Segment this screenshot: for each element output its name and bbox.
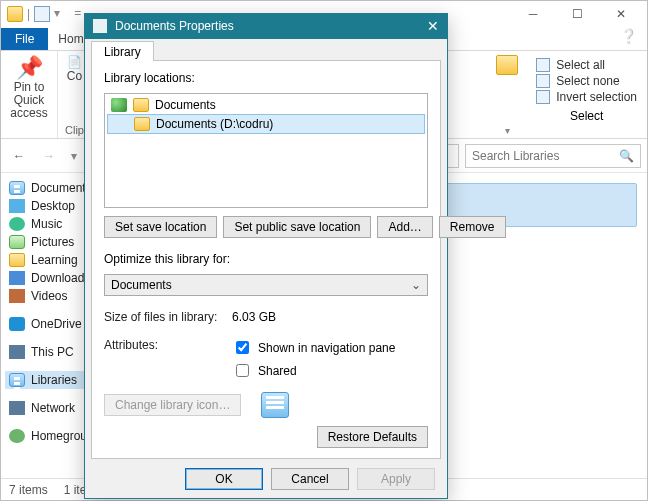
group-label-clipboard: Clip xyxy=(65,124,84,136)
set-save-location-button[interactable]: Set save location xyxy=(104,216,217,238)
search-placeholder: Search Libraries xyxy=(472,149,559,163)
dialog-body: Library locations: Documents Documents (… xyxy=(91,60,441,459)
dialog-titlebar: Documents Properties ✕ xyxy=(85,14,447,39)
location-name: Documents (D:\codru) xyxy=(156,117,273,131)
tree-label: This PC xyxy=(31,345,74,359)
dialog-tabs: Library xyxy=(85,39,447,60)
location-row-selected[interactable]: Documents (D:\codru) xyxy=(107,114,425,134)
dialog-close-button[interactable]: ✕ xyxy=(427,18,439,34)
new-folder-button[interactable] xyxy=(496,55,518,75)
pin-to-quick-access[interactable]: 📌 Pin to Quick access xyxy=(9,55,49,121)
properties-dialog: Documents Properties ✕ Library Library l… xyxy=(84,13,448,499)
folder-icon xyxy=(9,253,25,267)
copy-label: Co xyxy=(67,69,82,83)
ribbon-group-pin: 📌 Pin to Quick access xyxy=(1,51,58,138)
set-public-save-location-button[interactable]: Set public save location xyxy=(223,216,371,238)
system-folder-icon xyxy=(111,98,127,112)
shared-checkbox[interactable]: Shared xyxy=(232,361,395,380)
app-icon xyxy=(7,6,23,22)
cloud-icon xyxy=(9,317,25,331)
checkbox-label: Shared xyxy=(258,364,297,378)
homegroup-icon xyxy=(9,429,25,443)
dialog-footer: OK Cancel Apply xyxy=(85,459,447,498)
add-button[interactable]: Add… xyxy=(377,216,432,238)
location-row[interactable]: Documents xyxy=(107,96,425,114)
forward-button[interactable]: → xyxy=(37,144,61,168)
select-none-label: Select none xyxy=(556,74,619,88)
remove-button[interactable]: Remove xyxy=(439,216,506,238)
checkbox-input[interactable] xyxy=(236,341,249,354)
tree-label: Pictures xyxy=(31,235,74,249)
pin-icon: 📌 xyxy=(9,55,49,81)
restore-row: Restore Defaults xyxy=(104,426,428,448)
quick-access-toolbar: | ▾ = xyxy=(5,6,90,22)
music-icon xyxy=(9,217,25,231)
size-label: Size of files in library: xyxy=(104,310,226,324)
tree-label: Music xyxy=(31,217,62,231)
recent-dropdown[interactable]: ▾ xyxy=(67,144,81,168)
select-all-label: Select all xyxy=(556,58,605,72)
overflow-icon[interactable]: ▾ xyxy=(54,6,70,22)
status-count: 7 items xyxy=(9,483,48,497)
size-row: Size of files in library: 6.03 GB xyxy=(104,310,428,324)
select-all[interactable]: Select all xyxy=(536,57,637,73)
size-value: 6.03 GB xyxy=(232,310,276,324)
tree-label: Documents xyxy=(31,181,92,195)
pc-icon xyxy=(9,345,25,359)
search-icon: 🔍 xyxy=(619,149,634,163)
invert-icon xyxy=(536,90,550,104)
tree-label: Libraries xyxy=(31,373,77,387)
network-icon xyxy=(9,401,25,415)
tree-label: Learning xyxy=(31,253,78,267)
optimize-value: Documents xyxy=(111,278,172,292)
copy-button[interactable]: 📄 Co xyxy=(67,55,82,83)
cancel-button[interactable]: Cancel xyxy=(271,468,349,490)
tab-library[interactable]: Library xyxy=(91,41,154,61)
tree-label: Downloads xyxy=(31,271,90,285)
location-name: Documents xyxy=(155,98,216,112)
pin-label: Pin to Quick access xyxy=(9,81,49,121)
shown-in-nav-checkbox[interactable]: Shown in navigation pane xyxy=(232,338,395,357)
downloads-icon xyxy=(9,271,25,285)
locations-label: Library locations: xyxy=(104,71,428,85)
optimize-label: Optimize this library for: xyxy=(104,252,428,266)
folder-icon xyxy=(134,117,150,131)
pictures-icon xyxy=(9,235,25,249)
maximize-button[interactable]: ☐ xyxy=(555,1,599,27)
dialog-icon xyxy=(93,19,107,33)
change-library-icon-button: Change library icon… xyxy=(104,394,241,416)
libraries-icon xyxy=(9,373,25,387)
search-input[interactable]: Search Libraries 🔍 xyxy=(465,144,641,168)
ribbon-group-select: Select all Select none Invert selection … xyxy=(526,51,647,138)
save-icon[interactable] xyxy=(34,6,50,22)
back-button[interactable]: ← xyxy=(7,144,31,168)
copy-icon: 📄 xyxy=(67,55,82,69)
select-all-icon xyxy=(536,58,550,72)
desktop-icon xyxy=(9,199,25,213)
tree-label: Videos xyxy=(31,289,67,303)
chevron-down-icon: ⌄ xyxy=(411,278,421,292)
apply-button: Apply xyxy=(357,468,435,490)
chevron-down-icon[interactable]: ▾ xyxy=(505,125,510,136)
dialog-title: Documents Properties xyxy=(115,19,234,33)
tree-label: Network xyxy=(31,401,75,415)
videos-icon xyxy=(9,289,25,303)
minimize-button[interactable]: ─ xyxy=(511,1,555,27)
attributes-row: Attributes: Shown in navigation pane Sha… xyxy=(104,338,428,380)
tab-file[interactable]: File xyxy=(1,28,48,50)
select-none[interactable]: Select none xyxy=(536,73,637,89)
locations-list[interactable]: Documents Documents (D:\codru) xyxy=(104,93,428,208)
documents-icon xyxy=(9,181,25,195)
library-big-icon xyxy=(261,392,289,418)
help-icon[interactable]: ❔ xyxy=(610,22,647,50)
optimize-combobox[interactable]: Documents ⌄ xyxy=(104,274,428,296)
location-buttons: Set save location Set public save locati… xyxy=(104,216,428,238)
restore-defaults-button[interactable]: Restore Defaults xyxy=(317,426,428,448)
select-none-icon xyxy=(536,74,550,88)
checkbox-input[interactable] xyxy=(236,364,249,377)
ok-button[interactable]: OK xyxy=(185,468,263,490)
attributes-label: Attributes: xyxy=(104,338,226,352)
tree-label: Desktop xyxy=(31,199,75,213)
ribbon-group-folder: ▾ xyxy=(488,51,526,138)
invert-selection[interactable]: Invert selection xyxy=(536,89,637,105)
